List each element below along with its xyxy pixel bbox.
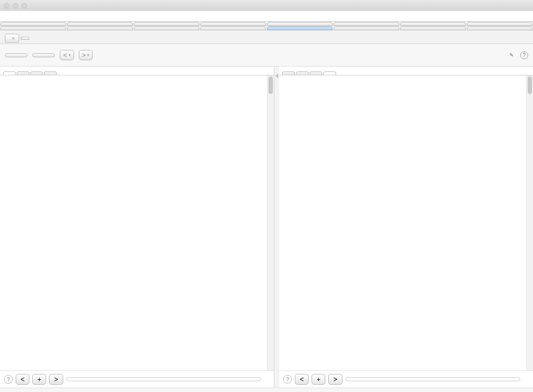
response-title <box>279 67 533 71</box>
repeater-tab-more[interactable] <box>21 37 29 40</box>
extension-tabs <box>0 22 533 26</box>
tab-user-options[interactable] <box>134 22 199 26</box>
tab-proxy[interactable] <box>134 26 199 30</box>
minimize-dot[interactable] <box>13 3 18 8</box>
tab-json-beautifier[interactable] <box>200 22 266 26</box>
response-tab-json-beautifier[interactable] <box>323 71 336 75</box>
history-forward-button[interactable]: >▾ <box>79 50 93 60</box>
close-dot[interactable] <box>4 3 9 8</box>
response-search-input[interactable] <box>345 377 520 381</box>
request-search-input[interactable] <box>66 377 261 381</box>
status-bar <box>0 388 533 392</box>
repeater-tab-1[interactable]: × <box>5 34 19 43</box>
tab-intruder[interactable] <box>200 26 266 30</box>
dropdown-icon: ▾ <box>69 53 71 57</box>
request-view-tabs <box>0 71 274 75</box>
window-controls[interactable] <box>4 3 27 8</box>
dropdown-icon: ▾ <box>87 53 89 57</box>
response-tab-headers[interactable] <box>296 71 309 75</box>
request-title <box>0 67 274 71</box>
tab-upload-scanner[interactable] <box>467 22 533 26</box>
request-editor[interactable] <box>0 75 274 370</box>
repeater-subtabs: × <box>0 30 533 44</box>
request-pane: ? < + > <box>0 67 274 388</box>
find-prev-button[interactable]: < <box>295 374 309 385</box>
cancel-button[interactable] <box>32 53 55 57</box>
response-tab-raw[interactable] <box>282 71 295 75</box>
request-findbar: ? < + > <box>0 370 274 388</box>
zoom-dot[interactable] <box>22 3 27 8</box>
tab-target[interactable] <box>67 26 133 30</box>
tab-co2[interactable] <box>334 22 399 26</box>
response-pane: ? < + > <box>279 67 533 388</box>
split-panes: ? < + > ? < + > <box>0 67 533 388</box>
grip-icon <box>275 73 278 78</box>
tab-attack-surface-detector[interactable] <box>400 22 466 26</box>
pane-divider[interactable] <box>274 67 279 388</box>
history-back-button[interactable]: <▾ <box>60 50 74 60</box>
tab-sequencer[interactable] <box>334 26 399 30</box>
find-next-button[interactable]: > <box>328 374 342 385</box>
tab-extender[interactable] <box>0 22 66 26</box>
find-prev-button[interactable]: < <box>16 374 29 385</box>
response-view-tabs <box>279 71 533 75</box>
find-add-button[interactable]: + <box>312 374 325 385</box>
edit-target-icon[interactable]: ✎ <box>508 51 515 59</box>
repeater-toolbar: <▾ >▾ ✎ ? <box>0 44 533 67</box>
scrollbar[interactable] <box>526 75 533 370</box>
close-icon[interactable]: × <box>12 35 15 41</box>
tab-decoder[interactable] <box>400 26 466 30</box>
request-tab-headers[interactable] <box>30 71 43 75</box>
help-icon[interactable]: ? <box>4 375 13 384</box>
help-icon[interactable]: ? <box>520 51 528 59</box>
tab-dashboard[interactable] <box>0 26 66 30</box>
menubar <box>0 11 533 22</box>
tool-tabs <box>0 26 533 30</box>
tab-shelling[interactable] <box>267 22 333 26</box>
chevron-right-icon: > <box>82 51 86 59</box>
response-editor[interactable] <box>279 75 533 370</box>
tab-repeater[interactable] <box>267 26 333 30</box>
request-tab-params[interactable] <box>17 71 29 75</box>
chevron-left-icon: < <box>63 51 67 59</box>
find-next-button[interactable]: > <box>49 374 63 385</box>
find-add-button[interactable]: + <box>32 374 46 385</box>
window-titlebar <box>0 0 533 11</box>
response-tab-hex[interactable] <box>310 71 322 75</box>
request-tab-raw[interactable] <box>3 71 16 75</box>
response-findbar: ? < + > <box>279 370 533 388</box>
request-tab-hex[interactable] <box>44 71 57 75</box>
scrollbar[interactable] <box>267 75 274 370</box>
tab-comparer[interactable] <box>467 26 533 30</box>
go-button[interactable] <box>5 53 27 57</box>
help-icon[interactable]: ? <box>283 375 292 384</box>
tab-project-options[interactable] <box>67 22 133 26</box>
